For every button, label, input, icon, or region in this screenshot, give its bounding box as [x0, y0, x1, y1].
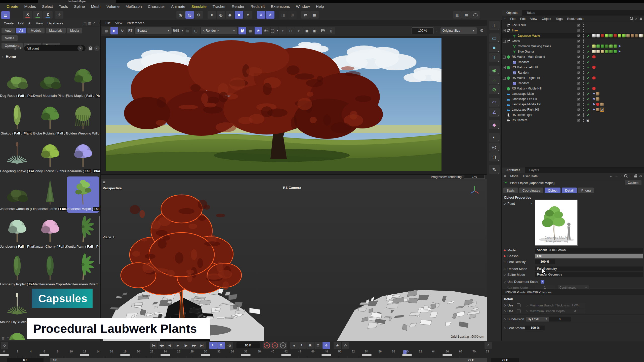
keying-settings-button[interactable]: ⚙: [279, 342, 287, 349]
spline-tool[interactable]: ▭: [489, 33, 500, 42]
cloner-tool[interactable]: ∴: [489, 75, 500, 84]
asset-menu-create[interactable]: Create: [2, 21, 16, 25]
menu-spline[interactable]: Spline: [71, 4, 88, 9]
material-swatch[interactable]: [613, 44, 617, 48]
object-row-japanese-maple[interactable]: Japanese Maple✓⚑: [502, 33, 644, 38]
region-tool-button[interactable]: ◯▼: [271, 27, 279, 34]
plant-thumbnail[interactable]: Japanese Maple (Acer palmatum): [535, 200, 578, 246]
crop-region-button[interactable]: ▢: [192, 27, 200, 34]
enabled-check-icon[interactable]: ✓: [587, 34, 590, 38]
layer-swatch[interactable]: [577, 34, 580, 37]
menu-render[interactable]: Render: [229, 4, 248, 9]
om-menu-view[interactable]: View: [528, 17, 540, 21]
modifier-axis-tool[interactable]: ∠: [489, 108, 500, 117]
object-row-landscape-middle-hill[interactable]: Landscape Middle Hill✓⚑: [502, 102, 644, 107]
null-object-tool[interactable]: ⊥: [489, 21, 500, 30]
chevron-down-icon[interactable]: ▾: [94, 46, 100, 51]
solo-object-button[interactable]: ◉: [334, 342, 341, 349]
layer-swatch[interactable]: [577, 61, 580, 64]
keyed-diamond-icon[interactable]: ◆: [502, 254, 507, 258]
object-row-blue-grama[interactable]: Blue Grama✓⚑: [502, 49, 644, 54]
asset-item-dog-rose[interactable]: Dog-Rose (Fall, Plant): [1, 63, 33, 100]
enabled-check-icon[interactable]: ✓: [587, 60, 590, 64]
filter-tab-media[interactable]: Media: [67, 28, 82, 33]
material-swatch[interactable]: [596, 50, 600, 54]
material-swatch[interactable]: [639, 34, 643, 38]
tab-attributes[interactable]: Attributes: [502, 167, 525, 173]
layer-swatch[interactable]: [577, 98, 580, 101]
next-key-button[interactable]: ◆▶: [190, 342, 198, 349]
layer-swatch[interactable]: [577, 71, 580, 74]
object-row-focus-null[interactable]: Focus Null: [502, 23, 644, 28]
flag-tag-icon[interactable]: ⚑: [618, 44, 621, 48]
loop-mode-button[interactable]: ↻: [209, 342, 217, 349]
array-button[interactable]: ▦: [310, 11, 319, 19]
param-diamond-icon[interactable]: ◇: [502, 273, 507, 276]
filter-tab-models[interactable]: Models: [27, 28, 45, 33]
object-name[interactable]: Random: [518, 60, 529, 64]
axis-z-button[interactable]: Z: [43, 11, 53, 19]
freeze-tessellation-button[interactable]: ✳: [255, 27, 262, 34]
redshift-material-icon[interactable]: [592, 76, 596, 80]
asset-item-globe-robinia[interactable]: Globe Robinia (Fall, Pl...: [34, 101, 66, 137]
menu-redshift[interactable]: Redshift: [248, 4, 268, 9]
current-frame-display[interactable]: 60 F: [236, 342, 260, 348]
redshift-material-icon[interactable]: [592, 65, 596, 69]
render-camera-dropdown[interactable]: < Render >▼: [201, 27, 237, 34]
browser-menu-icon[interactable]: ≡: [97, 21, 99, 25]
object-name[interactable]: RS Dome Light: [512, 113, 532, 117]
asset-item-mediterranean-dwarf[interactable]: Mediterranean Dwarf ...: [67, 252, 99, 288]
environment-tool[interactable]: ◐: [489, 133, 500, 142]
object-row-rs-matrix-middle-hill[interactable]: RS Matrix - Middle Hill✓: [502, 86, 644, 91]
material-swatch[interactable]: [596, 97, 600, 101]
use-document-scale-checkbox[interactable]: ✓: [541, 280, 544, 284]
visibility-dots[interactable]: [583, 108, 584, 109]
region-zoom-button[interactable]: ⊡: [287, 27, 295, 34]
mode-edges-button[interactable]: ◍: [217, 11, 225, 19]
object-row-rs-matrix-main-ground[interactable]: −RS Matrix - Main Ground✓: [502, 54, 644, 60]
mode-polygons-button[interactable]: ◆: [226, 11, 234, 19]
om-menu-bookmarks[interactable]: Bookmarks: [565, 17, 586, 21]
workplane-lock-button[interactable]: ⊞: [288, 11, 297, 19]
enabled-check-icon[interactable]: ✓: [587, 87, 590, 90]
visibility-dots[interactable]: [583, 55, 584, 57]
menu-tools[interactable]: Tools: [56, 4, 71, 9]
attr-tab-detail[interactable]: Detail: [562, 188, 577, 193]
param-diamond-icon[interactable]: ◇: [502, 260, 507, 263]
object-row-rs-matrix-left-hill[interactable]: −RS Matrix - Left Hill✓: [502, 65, 644, 70]
visibility-dots[interactable]: [583, 119, 584, 120]
field-tool[interactable]: ◆: [489, 120, 500, 129]
object-name[interactable]: RS Matrix - Middle Hill: [512, 87, 542, 90]
breadcrumb-home[interactable]: Home: [6, 55, 16, 59]
menu-select[interactable]: Select: [39, 4, 56, 9]
layer-swatch[interactable]: [577, 103, 580, 106]
leaf-density-field[interactable]: 100 %: [535, 259, 555, 264]
object-name[interactable]: Blue Grama: [518, 50, 534, 53]
subdivision-surface-tool[interactable]: ◉: [489, 66, 500, 75]
asset-item-ginkgo[interactable]: Ginkgo (Fall, Plant): [1, 101, 33, 137]
lock-icon[interactable]: [88, 46, 93, 51]
layer-swatch[interactable]: [577, 119, 580, 122]
size-dropdown[interactable]: Original Size▼: [440, 27, 477, 34]
object-row-grass[interactable]: −Grass: [502, 38, 644, 44]
layout-palette-icon[interactable]: ▤: [1, 11, 10, 19]
material-swatch[interactable]: [630, 34, 634, 38]
home-icon[interactable]: ⌂: [12, 46, 18, 51]
asset-item-kanzan-cherry[interactable]: Kanzan Cherry (Fall, Pl...: [34, 214, 66, 250]
layer-swatch[interactable]: [577, 29, 580, 32]
tab-objects[interactable]: Objects: [502, 10, 522, 16]
zoom-stepper[interactable]: ⋮: [435, 29, 438, 32]
param-diamond-icon[interactable]: ◇: [502, 267, 507, 270]
object-name[interactable]: Random: [518, 81, 529, 85]
attr-menu-mode[interactable]: Mode: [508, 174, 521, 178]
keyframe-marker[interactable]: [39, 354, 49, 356]
asset-menu-ai[interactable]: AI: [26, 21, 33, 25]
asset-item-honey-locust-sunbur[interactable]: Honey Locust 'Sunbur...: [34, 139, 66, 175]
material-swatch[interactable]: [596, 92, 600, 96]
material-swatch[interactable]: [600, 102, 604, 106]
asset-menu-edit[interactable]: Edit: [16, 21, 26, 25]
go-to-start-button[interactable]: |◀: [150, 342, 157, 349]
layer-swatch[interactable]: [577, 50, 580, 53]
render-active-view-button[interactable]: ◎: [185, 11, 194, 19]
editor-mode-dropdown[interactable]: Render Geometry: [535, 272, 643, 277]
